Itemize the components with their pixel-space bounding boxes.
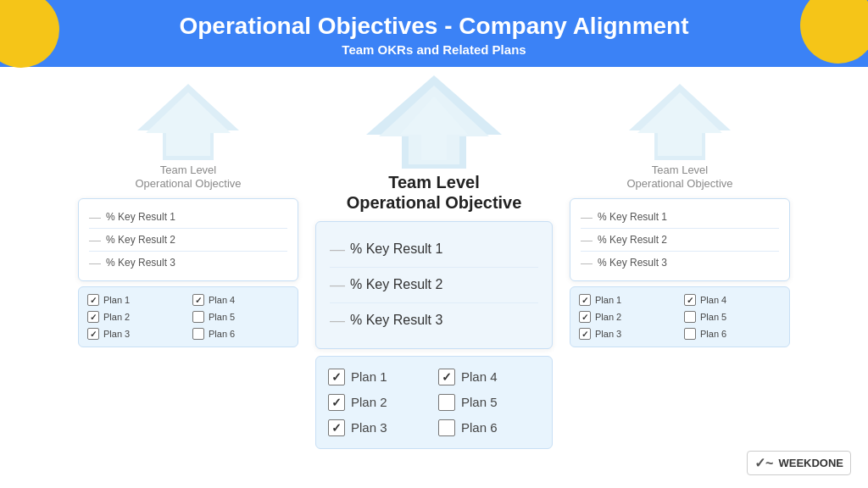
- left-column: Team LevelOperational Objective — % Key …: [78, 84, 298, 348]
- right-plan-6-checkbox[interactable]: [684, 328, 696, 340]
- right-arrow-graphic: [629, 84, 731, 160]
- left-plan-6: Plan 6: [192, 326, 289, 341]
- center-plans-grid: ✓ Plan 1 ✓ Plan 4 ✓ Plan 2 Plan 5 ✓ P: [328, 365, 540, 440]
- page-title: Operational Objectives - Company Alignme…: [17, 12, 851, 41]
- left-arrow-graphic: [137, 84, 239, 160]
- center-plan-5: Plan 5: [438, 391, 540, 414]
- weekdone-name: WEEKDONE: [778, 457, 843, 469]
- left-plan-1-checkbox[interactable]: ✓: [87, 294, 99, 306]
- right-plan-3-checkbox[interactable]: ✓: [579, 328, 591, 340]
- left-okr-box: — % Key Result 1 — % Key Result 2 — % Ke…: [78, 198, 298, 281]
- center-plan-1-checkbox[interactable]: ✓: [328, 369, 345, 385]
- right-kr-1: — % Key Result 1: [581, 206, 779, 229]
- center-plan-6-checkbox[interactable]: [438, 419, 455, 436]
- left-kr-2: — % Key Result 2: [89, 229, 287, 252]
- center-arrow-graphic: [366, 75, 502, 169]
- right-plan-5-checkbox[interactable]: [684, 311, 696, 323]
- page-header: Operational Objectives - Company Alignme…: [0, 0, 868, 67]
- main-content: Team LevelOperational Objective — % Key …: [0, 67, 868, 485]
- right-plans-section: ✓ Plan 1 ✓ Plan 4 ✓ Plan 2 Plan 5 ✓ P: [570, 286, 790, 347]
- left-kr-3: — % Key Result 3: [89, 252, 287, 274]
- left-column-title: Team LevelOperational Objective: [135, 164, 241, 192]
- left-plans-grid: ✓ Plan 1 ✓ Plan 4 ✓ Plan 2 Plan 5 ✓ P: [87, 292, 289, 341]
- page-subtitle: Team OKRs and Related Plans: [17, 42, 851, 57]
- left-plan-6-checkbox[interactable]: [192, 328, 204, 340]
- right-plan-4: ✓ Plan 4: [684, 292, 781, 308]
- left-plan-4-checkbox[interactable]: ✓: [192, 294, 204, 306]
- center-plan-1: ✓ Plan 1: [328, 365, 430, 389]
- center-plans-section: ✓ Plan 1 ✓ Plan 4 ✓ Plan 2 Plan 5 ✓ P: [315, 356, 553, 449]
- center-kr-2: — % Key Result 2: [330, 268, 538, 303]
- center-plan-5-checkbox[interactable]: [438, 394, 455, 411]
- left-plan-2-checkbox[interactable]: ✓: [87, 311, 99, 323]
- left-plans-section: ✓ Plan 1 ✓ Plan 4 ✓ Plan 2 Plan 5 ✓ P: [78, 286, 298, 347]
- right-plan-1-checkbox[interactable]: ✓: [579, 294, 591, 306]
- decoration-circle-tl: [0, 0, 59, 68]
- left-plan-1: ✓ Plan 1: [87, 292, 184, 308]
- left-plan-5: Plan 5: [192, 309, 289, 324]
- right-plan-6: Plan 6: [684, 326, 781, 341]
- left-kr-1: — % Key Result 1: [89, 206, 287, 229]
- right-column-title: Team LevelOperational Objective: [626, 164, 732, 192]
- svg-marker-1: [146, 92, 231, 156]
- svg-marker-6: [637, 92, 722, 156]
- right-plan-2-checkbox[interactable]: ✓: [579, 311, 591, 323]
- center-plan-3: ✓ Plan 3: [328, 416, 430, 440]
- left-plan-3: ✓ Plan 3: [87, 326, 184, 341]
- right-plan-4-checkbox[interactable]: ✓: [684, 294, 696, 306]
- center-kr-1: — % Key Result 1: [330, 232, 538, 268]
- center-kr-3: — % Key Result 3: [330, 303, 538, 338]
- right-plans-grid: ✓ Plan 1 ✓ Plan 4 ✓ Plan 2 Plan 5 ✓ P: [579, 292, 781, 341]
- right-plan-5: Plan 5: [684, 309, 781, 324]
- right-column: Team LevelOperational Objective — % Key …: [570, 84, 790, 348]
- center-plan-3-checkbox[interactable]: ✓: [328, 419, 345, 436]
- center-plan-4-checkbox[interactable]: ✓: [438, 369, 455, 385]
- right-kr-3: — % Key Result 3: [581, 252, 779, 274]
- left-plan-5-checkbox[interactable]: [192, 311, 204, 323]
- right-plan-1: ✓ Plan 1: [579, 292, 676, 308]
- right-okr-box: — % Key Result 1 — % Key Result 2 — % Ke…: [570, 198, 790, 281]
- right-plan-3: ✓ Plan 3: [579, 326, 676, 341]
- right-kr-2: — % Key Result 2: [581, 229, 779, 252]
- weekdone-logo: ✓~ WEEKDONE: [747, 451, 851, 475]
- center-column-title: Team LevelOperational Objective: [347, 172, 522, 213]
- center-okr-box: — % Key Result 1 — % Key Result 2 — % Ke…: [315, 221, 553, 349]
- weekdone-icon: ✓~: [754, 455, 773, 471]
- center-plan-2-checkbox[interactable]: ✓: [328, 394, 345, 411]
- left-plan-2: ✓ Plan 2: [87, 309, 184, 324]
- center-column: Team LevelOperational Objective — % Key …: [315, 75, 553, 449]
- center-plan-6: Plan 6: [438, 416, 540, 440]
- left-plan-4: ✓ Plan 4: [192, 292, 289, 308]
- left-plan-3-checkbox[interactable]: ✓: [87, 328, 99, 340]
- center-plan-4: ✓ Plan 4: [438, 365, 540, 389]
- right-plan-2: ✓ Plan 2: [579, 309, 676, 324]
- center-plan-2: ✓ Plan 2: [328, 391, 430, 414]
